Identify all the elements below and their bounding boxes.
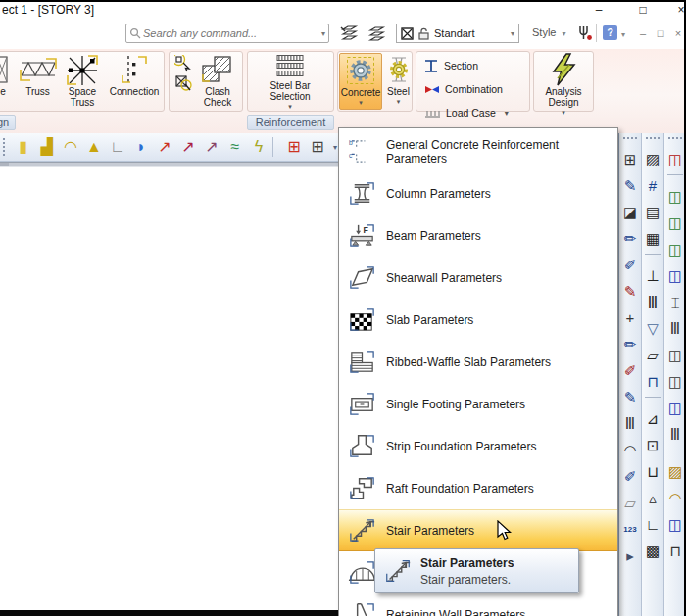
- menu-item-shearwall-parameters[interactable]: Shearwall Parameters: [339, 257, 617, 299]
- dome-tool-icon[interactable]: ◠: [59, 135, 82, 159]
- group-label-design[interactable]: gn: [0, 115, 16, 130]
- edit-dome-icon[interactable]: ◠: [619, 437, 641, 463]
- copy-wall-params-icon[interactable]: ◫: [664, 262, 686, 289]
- menu-item-slab-parameters[interactable]: Slab Parameters: [339, 299, 617, 341]
- chart-2-tool-icon[interactable]: ↗: [200, 135, 223, 159]
- expand-icon[interactable]: ▸: [619, 543, 641, 569]
- slab-draw-icon[interactable]: ▨: [642, 146, 663, 172]
- menu-item-raft-foundation-parameters[interactable]: Raft Foundation Parameters: [339, 467, 617, 509]
- concrete-button[interactable]: Concrete: [339, 53, 382, 110]
- doc-minimize-button[interactable]: –: [635, 26, 651, 40]
- truss-button[interactable]: Truss: [16, 53, 60, 110]
- toolbar-grip[interactable]: [3, 138, 8, 156]
- stair-point-icon[interactable]: ▵: [642, 485, 663, 511]
- clash-check-button[interactable]: Clash Check: [194, 53, 241, 110]
- spectrum-chart-icon[interactable]: ≈: [223, 135, 247, 159]
- menu-item-single-footing-parameters[interactable]: Single Footing Parameters: [339, 383, 617, 425]
- menu-item-beam-parameters[interactable]: Beam Parameters: [339, 214, 617, 257]
- crosshair-icon[interactable]: +: [619, 305, 641, 331]
- maximize-button[interactable]: □: [630, 2, 656, 18]
- pointer-tool-icon[interactable]: ▲: [82, 135, 106, 159]
- style-dropdown[interactable]: Style▾: [532, 26, 565, 38]
- toolbar-grip[interactable]: [646, 137, 660, 143]
- chart-tool-icon[interactable]: ↗: [153, 135, 176, 159]
- waffle-grid-icon[interactable]: #: [642, 172, 663, 199]
- curved-wall-tool-icon[interactable]: ◗: [129, 135, 153, 159]
- copy-blue-icon[interactable]: ◫: [664, 395, 686, 421]
- customize-toolbar-icon[interactable]: [576, 24, 598, 44]
- command-search-box[interactable]: ▾: [125, 24, 329, 43]
- toolbar-grip[interactable]: [623, 137, 637, 143]
- stair-params-icon[interactable]: ▨: [664, 458, 686, 485]
- menu-item-stair-parameters[interactable]: Stair Parameters: [339, 509, 617, 551]
- ribbed-slab-icon[interactable]: ▤: [642, 199, 663, 225]
- minimize-button[interactable]: –: [586, 2, 612, 18]
- copy-beam-params-icon[interactable]: ◫: [664, 210, 686, 236]
- group-label-reinforcement[interactable]: Reinforcement: [247, 115, 334, 130]
- edit-footing-icon[interactable]: ✐: [619, 357, 641, 384]
- panel-icon[interactable]: ▱: [619, 490, 641, 516]
- steel-button[interactable]: Steel: [385, 53, 412, 110]
- steel-bar-selection-button[interactable]: Steel Bar Selection: [251, 53, 329, 110]
- angle-tool-icon[interactable]: ∟: [106, 135, 129, 159]
- copy-strip-icon[interactable]: ◫: [664, 511, 686, 538]
- funnel-icon[interactable]: ▽: [642, 315, 663, 342]
- edit-beam-icon[interactable]: ✏: [619, 225, 641, 252]
- copy-column-params-icon[interactable]: ◫: [664, 183, 686, 210]
- edit-raft-icon[interactable]: ✎: [619, 384, 641, 410]
- toolbar-grip[interactable]: [668, 137, 682, 143]
- copy-raft-icon[interactable]: ◫: [664, 368, 686, 395]
- analysis-bolt-icon[interactable]: ϟ: [247, 135, 270, 159]
- select-node-icon[interactable]: [174, 55, 192, 72]
- edit-column-icon[interactable]: ✏: [619, 331, 641, 357]
- deselect-box-icon[interactable]: [174, 74, 192, 92]
- profile-combo[interactable]: Standart ▾: [396, 24, 519, 43]
- single-footing-icon[interactable]: ⊡: [642, 432, 663, 458]
- menu-item-strip-foundation-parameters[interactable]: Strip Foundation Parameters: [339, 425, 617, 467]
- menu-item-ribbed-waffle-slab-parameters[interactable]: Ribbed-Waffle Slab Parameters: [339, 341, 617, 383]
- toolbar-overflow-icon[interactable]: ▾: [333, 143, 337, 152]
- close-button[interactable]: ×: [668, 2, 686, 18]
- edit-wall-icon[interactable]: ✎: [619, 278, 641, 305]
- column-section-copy-icon[interactable]: ⌶: [664, 289, 686, 315]
- combo-dropdown-icon[interactable]: ▾: [511, 29, 514, 38]
- column-draw-icon[interactable]: Ⅲ: [642, 289, 663, 315]
- axis-grid-icon[interactable]: ⊞: [619, 146, 641, 172]
- dome-params-icon[interactable]: ◠: [664, 485, 686, 511]
- edit-colgrid-icon[interactable]: Ⅲ: [619, 410, 641, 437]
- stairs-tool-icon[interactable]: ▟: [35, 135, 59, 159]
- load-case-button[interactable]: Load Case: [423, 102, 509, 123]
- frame-draw-icon[interactable]: ⊓: [642, 368, 663, 395]
- connection-button[interactable]: Connection: [105, 53, 164, 110]
- search-dropdown-icon[interactable]: ▾: [321, 29, 325, 38]
- copy-footing-icon[interactable]: ◫: [664, 342, 686, 368]
- menu-item-retaining-wall-parameters[interactable]: Retaining Wall Parameters: [339, 593, 617, 616]
- column-params-icon[interactable]: Ⅲ: [664, 315, 686, 342]
- grid-highlight-icon[interactable]: ⊞: [282, 135, 306, 159]
- help-dropdown-icon[interactable]: ▾: [621, 30, 625, 39]
- edit-region-icon[interactable]: ◪: [619, 199, 641, 225]
- numbering-icon[interactable]: 123: [619, 516, 641, 543]
- frame-params-icon[interactable]: ⊓: [664, 538, 686, 564]
- dark-grid-icon[interactable]: ▩: [642, 538, 663, 564]
- space-truss-button[interactable]: Space Truss: [60, 53, 105, 110]
- truncated-ribbon-button[interactable]: e: [0, 53, 14, 110]
- help-button[interactable]: ?: [603, 25, 617, 40]
- chart-p-tool-icon[interactable]: ↗: [176, 135, 200, 159]
- grid-tool-icon[interactable]: ⊞: [306, 135, 329, 159]
- edit-node-icon[interactable]: ✎: [619, 172, 641, 199]
- paste-params-icon[interactable]: ◫: [664, 146, 686, 172]
- beam-draw-icon[interactable]: ⊥: [642, 262, 663, 289]
- layer-list-icon[interactable]: [339, 24, 361, 44]
- raft-foundation-icon[interactable]: ⊔: [642, 458, 663, 485]
- menu-item-general-concrete-reinforcement-parameters[interactable]: General Concrete Reinforcement Parameter…: [339, 130, 617, 172]
- search-input[interactable]: [141, 26, 321, 40]
- section-button[interactable]: Section: [423, 55, 478, 76]
- column-section-icon[interactable]: ▮: [12, 135, 35, 159]
- shearwall-draw-icon[interactable]: ▱: [642, 342, 663, 368]
- doc-close-button[interactable]: ×: [670, 26, 686, 40]
- combination-button[interactable]: Combination: [423, 78, 503, 100]
- menu-item-column-parameters[interactable]: Column Parameters: [339, 172, 617, 214]
- angle-draw-icon[interactable]: ∟: [642, 511, 663, 538]
- edit-truss-icon[interactable]: ✐: [619, 463, 641, 490]
